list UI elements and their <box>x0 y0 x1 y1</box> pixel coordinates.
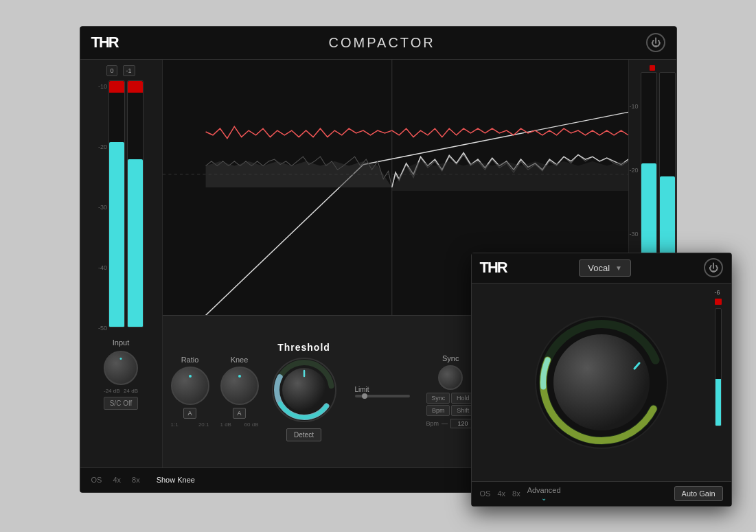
input-meter-right <box>127 80 144 327</box>
input-value-left: 0 <box>106 65 117 76</box>
oversample-8x[interactable]: 8x <box>132 476 140 484</box>
ratio-max: 20:1 <box>198 421 209 428</box>
sc-off-button[interactable]: S/C Off <box>104 397 139 410</box>
meter-fill-right <box>128 159 143 326</box>
input-meter-left <box>108 80 125 327</box>
vocal-logo-text: THR <box>480 259 507 277</box>
ratio-min: 1:1 <box>171 421 179 428</box>
clip-left <box>109 81 124 93</box>
clip-right <box>128 81 143 93</box>
ratio-knob[interactable] <box>171 367 209 405</box>
detect-button[interactable]: Detect <box>286 428 321 441</box>
oversample-4x[interactable]: 4x <box>113 476 121 484</box>
ratio-group: Ratio A 1:1 20:1 <box>171 356 209 428</box>
vocal-main-knob[interactable] <box>533 314 670 451</box>
vocal-footer: OS 4x 8x Advanced ⌄ Auto Gain <box>472 481 731 506</box>
vocal-power-button[interactable]: ⏻ <box>704 258 723 277</box>
limit-group: Limit <box>355 386 410 397</box>
knee-a-button[interactable]: A <box>233 408 245 419</box>
vocal-thr-logo: THR <box>480 259 507 277</box>
vocal-output-meter: -6 <box>715 289 726 426</box>
ratio-a-button[interactable]: A <box>183 408 196 419</box>
input-range-max: 24 dB <box>124 388 138 394</box>
vocal-meter-bar <box>715 308 722 426</box>
knee-min: 1 dB <box>220 421 231 428</box>
preset-dropdown[interactable]: Vocal ▼ <box>579 259 631 277</box>
input-section: 0 -1 -10 -20 -30 -40 -50 <box>80 60 163 467</box>
input-knob-range: -24 dB 24 dB <box>104 388 138 394</box>
vocal-oversample-4x[interactable]: 4x <box>497 489 505 498</box>
output-clip-indicator <box>650 65 655 71</box>
sync-buttons: Sync Hold Bpm Shift <box>426 393 474 416</box>
vocal-os-label: OS <box>480 489 491 498</box>
show-knee-label[interactable]: Show Knee <box>157 476 195 484</box>
limit-slider[interactable] <box>355 395 410 397</box>
vocal-footer-left: OS 4x 8x Advanced ⌄ <box>480 486 561 502</box>
out-scale-neg20: -20 <box>630 167 639 174</box>
sync-label: Sync <box>442 354 459 362</box>
limit-thumb <box>362 393 367 399</box>
vocal-meter-fill <box>715 379 721 426</box>
input-label: Input <box>113 338 129 347</box>
sync-sync-button[interactable]: Sync <box>426 393 450 404</box>
advanced-arrow-icon: ⌄ <box>541 494 547 502</box>
auto-gain-button[interactable]: Auto Gain <box>674 486 723 501</box>
preset-label: Vocal <box>588 263 610 273</box>
advanced-button[interactable]: Advanced ⌄ <box>527 486 561 502</box>
svg-marker-6 <box>391 161 628 190</box>
logo-text: THR <box>91 34 118 51</box>
knee-max: 60 dB <box>244 421 259 428</box>
out-scale-neg30: -30 <box>630 231 639 238</box>
input-range-min: -24 dB <box>104 388 120 394</box>
knee-knob[interactable] <box>220 367 259 405</box>
out-scale-neg10: -10 <box>630 103 639 110</box>
vocal-plugin: THR Vocal ▼ ⏻ <box>471 253 732 507</box>
compactor-header: THR Compactor ⏻ <box>80 27 676 60</box>
scale-neg50: -50 <box>98 325 107 332</box>
bpm-dash: — <box>442 420 448 427</box>
ratio-label: Ratio <box>181 356 199 364</box>
scale-neg30: -30 <box>98 204 107 211</box>
power-button[interactable]: ⏻ <box>646 33 665 52</box>
meter-fill-left <box>109 142 124 327</box>
threshold-knob[interactable] <box>270 356 339 424</box>
scale-neg40: -40 <box>98 264 107 271</box>
threshold-label: Threshold <box>277 342 330 353</box>
threshold-group: Threshold <box>270 342 339 441</box>
preset-arrow-icon: ▼ <box>615 264 622 272</box>
plugin-title: Compactor <box>329 35 435 51</box>
vocal-preset-selector[interactable]: Vocal ▼ <box>579 259 631 277</box>
bpm-label: Bpm <box>426 420 439 427</box>
vocal-oversample-8x[interactable]: 8x <box>512 489 520 498</box>
advanced-text: Advanced <box>527 486 561 494</box>
knee-label: Knee <box>231 356 249 364</box>
sync-group: Sync Sync Hold Bpm Shift Bpm — 120 <box>426 354 476 428</box>
thr-logo: THR <box>91 34 118 51</box>
os-label: OS <box>91 476 102 484</box>
vocal-clip-indicator <box>715 299 722 305</box>
limit-label: Limit <box>355 386 410 393</box>
knee-range: 1 dB 60 dB <box>220 421 259 428</box>
scale-neg10: -10 <box>98 83 107 90</box>
vocal-header: THR Vocal ▼ ⏻ <box>472 253 731 284</box>
ratio-range: 1:1 20:1 <box>171 421 209 428</box>
sync-bpm-button[interactable]: Bpm <box>426 405 450 416</box>
knee-group: Knee A 1 dB 60 dB <box>220 356 259 428</box>
vocal-body: -6 <box>472 284 731 481</box>
input-value-right: -1 <box>123 65 135 76</box>
svg-point-17 <box>553 334 650 430</box>
vocal-meter-value: -6 <box>715 289 726 296</box>
sync-knob[interactable] <box>438 365 463 390</box>
input-knob[interactable] <box>104 351 138 385</box>
scale-neg20: -20 <box>98 143 107 150</box>
bpm-row: Bpm — 120 <box>426 419 476 428</box>
